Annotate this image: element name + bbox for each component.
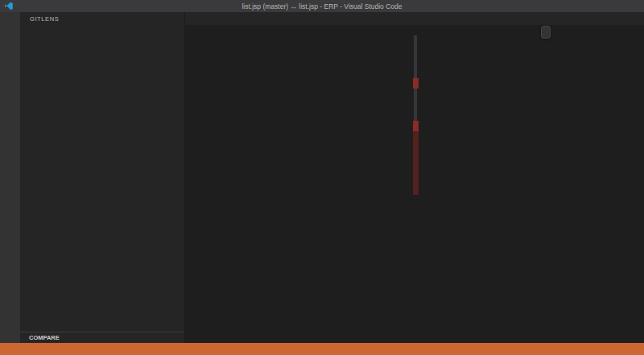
activity-bar: [0, 12, 20, 343]
gitlens-sidebar: GITLENS COMPARE: [20, 12, 185, 343]
window-title: list.jsp (master) ↔ list.jsp - ERP - Vis…: [0, 2, 644, 10]
tab-bar: [185, 12, 644, 25]
gitlens-tree: [20, 26, 184, 332]
diff-splitter[interactable]: [413, 35, 419, 343]
sidebar-title: GITLENS: [20, 12, 184, 26]
overview-ruler[interactable]: [639, 35, 644, 343]
diff-editor: [185, 35, 644, 343]
ruler-deleted-mark: [413, 121, 419, 131]
diff-pane-modified: [419, 35, 644, 343]
editor-area: [185, 12, 644, 343]
main-layout: GITLENS COMPARE: [0, 12, 644, 343]
ruler-deleted-mark: [413, 78, 419, 89]
title-bar: list.jsp (master) ↔ list.jsp - ERP - Vis…: [0, 0, 644, 12]
diff-pane-original: [185, 35, 413, 343]
status-bar: [0, 343, 644, 355]
breadcrumb: [185, 25, 644, 35]
compare-section-header[interactable]: COMPARE: [20, 332, 184, 343]
debug-toolbar: [541, 26, 551, 39]
ruler-filler-mark: [413, 131, 419, 195]
